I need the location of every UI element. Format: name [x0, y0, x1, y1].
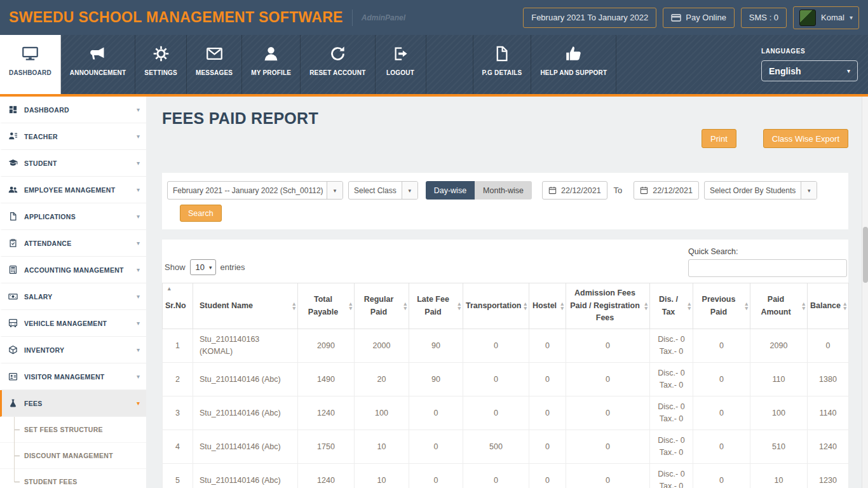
- cell-admission: 0: [566, 464, 650, 488]
- topnav-item-reset-account[interactable]: RESET ACCOUNT: [301, 35, 375, 94]
- cell-regular: 100: [355, 396, 409, 430]
- sidebar-item-applications[interactable]: APPLICATIONS▾: [0, 203, 146, 230]
- column-header-hostel[interactable]: Hostel▴▾: [529, 283, 566, 329]
- topnav-item-label: HELP AND SUPPORT: [540, 69, 607, 76]
- cell-name: Stu_2101140163 (KOMAL): [193, 329, 298, 363]
- day-wise-toggle[interactable]: Day-wise: [426, 181, 475, 200]
- search-button[interactable]: Search: [180, 205, 222, 222]
- scrollbar[interactable]: [862, 97, 868, 488]
- cube-icon: [8, 345, 18, 355]
- sidebar-item-vehicle-management[interactable]: VEHICLE MANAGEMENT▾: [0, 310, 146, 337]
- month-wise-toggle[interactable]: Month-wise: [475, 181, 532, 200]
- column-header-sr-no[interactable]: ▴Sr.No: [163, 283, 193, 329]
- topnav-item-label: ANNOUNCEMENT: [70, 69, 126, 76]
- chevron-down-icon[interactable]: ▾: [801, 182, 817, 199]
- sidebar-item-salary[interactable]: SALARY▾: [0, 283, 146, 310]
- sort-icons: ▴▾: [524, 301, 527, 311]
- sidebar-item-teacher[interactable]: TEACHER▾: [0, 123, 146, 150]
- quick-search-input[interactable]: [688, 259, 847, 277]
- sidebar-item-label: INVENTORY: [24, 346, 64, 354]
- sidebar-item-attendance[interactable]: ATTENDANCE▾: [0, 230, 146, 257]
- user-menu[interactable]: Komal ▾: [793, 6, 859, 29]
- sidebar-item-label: SALARY: [24, 293, 53, 301]
- language-selected-value: English: [769, 66, 801, 76]
- chevron-down-icon[interactable]: ▾: [402, 182, 417, 199]
- sidebar-item-visitor-management[interactable]: VISITOR MANAGEMENT▾: [0, 363, 146, 390]
- entries-select[interactable]: 10 ▾: [190, 259, 216, 275]
- column-header-paid-amount[interactable]: Paid Amount▴▾: [750, 283, 808, 329]
- cell-total: 2090: [298, 329, 355, 363]
- cell-disctax: Disc.- 0Tax.- 0: [650, 329, 693, 363]
- topnav-item-label: RESET ACCOUNT: [309, 69, 365, 76]
- print-button[interactable]: Print: [702, 129, 736, 148]
- topnav-item-logout[interactable]: LOGOUT: [376, 35, 426, 94]
- column-header-previous-paid[interactable]: Previous Paid▴▾: [693, 283, 750, 329]
- cell-regular: 2000: [355, 329, 409, 363]
- cell-admission: 0: [566, 329, 650, 363]
- column-header-regular-paid[interactable]: Regular Paid▴▾: [355, 283, 409, 329]
- sidebar-subitem-student-fees[interactable]: STUDENT FEES: [0, 469, 146, 488]
- user-name: Komal: [821, 13, 844, 22]
- pay-online-label: Pay Online: [686, 13, 726, 22]
- cell-paid: 2090: [750, 329, 808, 363]
- chevron-down-icon: ▾: [137, 240, 140, 247]
- topnav-item-help-and-support[interactable]: HELP AND SUPPORT: [531, 35, 616, 94]
- session-select[interactable]: February 2021 -- January 2022 (Sch_00112…: [167, 181, 343, 200]
- topnav-item-announcement[interactable]: ANNOUNCEMENT: [61, 35, 136, 94]
- sidebar-item-accounting-management[interactable]: ACCOUNTING MANAGEMENT▾: [0, 257, 146, 283]
- calendar-icon: [640, 186, 648, 194]
- chevron-down-icon[interactable]: ▾: [327, 182, 342, 199]
- column-header-transportation[interactable]: Transportation▴▾: [463, 283, 529, 329]
- column-header-dis-tax[interactable]: Dis. / Tax▴▾: [650, 283, 693, 329]
- sidebar-subitem-discount-management[interactable]: DISCOUNT MANAGEMENT: [0, 443, 146, 469]
- teacher-icon: [8, 132, 18, 141]
- sms-button[interactable]: SMS : 0: [741, 8, 787, 28]
- topnav-item-dashboard[interactable]: DASHBOARD: [0, 35, 61, 94]
- topnav-item-p-g-details[interactable]: P.G DETAILS: [473, 35, 532, 94]
- top-navigation: DASHBOARDANNOUNCEMENTSETTINGSMESSAGESMY …: [0, 35, 868, 94]
- date-from-input[interactable]: 22/12/2021: [542, 181, 607, 200]
- column-header-label: Paid Amount: [761, 295, 790, 316]
- sidebar-subitem-set-fees-structure[interactable]: SET FEES STRUCTURE: [0, 417, 146, 443]
- graduation-cap-icon: [8, 158, 18, 168]
- page-actions: Print Class Wise Export: [702, 129, 848, 154]
- column-header-admission-fees-paid-registration-fees[interactable]: Admission Fees Paid / Registration Fees▴…: [566, 283, 650, 329]
- sidebar-item-label: APPLICATIONS: [24, 213, 76, 220]
- show-entries: Show 10 ▾ entries: [165, 259, 245, 275]
- sidebar-item-fees[interactable]: FEES▾: [0, 390, 146, 417]
- cell-admission: 0: [566, 430, 650, 464]
- session-range-button[interactable]: February 2021 To January 2022: [523, 8, 656, 28]
- cell-late: 90: [409, 363, 463, 396]
- order-by-select[interactable]: Select Order By Students ▾: [704, 181, 817, 200]
- pay-online-button[interactable]: Pay Online: [663, 8, 735, 28]
- cell-balance: 1240: [808, 430, 849, 464]
- column-header-balance[interactable]: Balance▴▾: [808, 283, 849, 329]
- cell-hostel: 0: [529, 396, 566, 430]
- language-selector-block: LANGUAGES English ▾: [761, 48, 858, 81]
- user-icon: [262, 45, 280, 62]
- cell-late: 0: [409, 396, 463, 430]
- sidebar-item-student[interactable]: STUDENT▾: [0, 150, 146, 177]
- disc-value: Disc.- 0: [654, 334, 689, 346]
- cell-name: Stu_2101140146 (Abc): [193, 464, 298, 488]
- sort-icons: ▴▾: [688, 301, 691, 311]
- column-header-student-name[interactable]: Student Name▴▾: [193, 283, 298, 329]
- sidebar-item-employee-management[interactable]: EMPLOYEE MANAGEMENT▾: [0, 177, 146, 203]
- column-header-late-fee-paid[interactable]: Late Fee Paid▴▾: [409, 283, 463, 329]
- topnav-item-my-profile[interactable]: MY PROFILE: [242, 35, 301, 94]
- topnav-item-settings[interactable]: SETTINGS: [135, 35, 187, 94]
- nav-spacer: [426, 35, 473, 94]
- class-select[interactable]: Select Class ▾: [348, 181, 418, 200]
- column-header-label: Student Name: [200, 301, 253, 310]
- sidebar-item-inventory[interactable]: INVENTORY▾: [0, 337, 146, 363]
- cell-disctax: Disc.- 0Tax.- 0: [650, 363, 693, 396]
- cell-transport: 0: [463, 464, 529, 488]
- disc-value: Disc.- 0: [654, 367, 689, 379]
- date-to-input[interactable]: 22/12/2021: [634, 181, 699, 200]
- sidebar-item-dashboard[interactable]: DASHBOARD▾: [0, 97, 146, 123]
- language-select[interactable]: English ▾: [761, 60, 858, 81]
- scrollbar-thumb[interactable]: [863, 227, 868, 283]
- column-header-total-payable[interactable]: Total Payable▴▾: [298, 283, 355, 329]
- class-wise-export-button[interactable]: Class Wise Export: [763, 129, 848, 148]
- topnav-item-messages[interactable]: MESSAGES: [187, 35, 242, 94]
